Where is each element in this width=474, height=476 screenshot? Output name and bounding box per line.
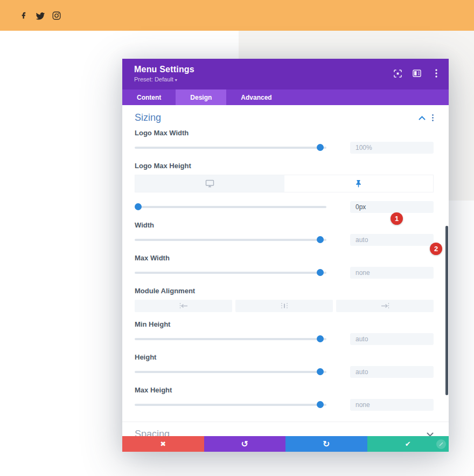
settings-tabbar: Content Design Advanced bbox=[122, 89, 449, 105]
tab-design[interactable]: Design bbox=[176, 89, 226, 105]
field-label: Max Height bbox=[135, 386, 434, 394]
height-slider[interactable] bbox=[135, 366, 326, 378]
facebook-icon[interactable] bbox=[18, 10, 29, 21]
undo-button[interactable]: ↺ bbox=[204, 436, 286, 452]
slider-thumb[interactable] bbox=[135, 203, 142, 210]
field-label: Max Width bbox=[135, 254, 434, 262]
min-height-input[interactable] bbox=[350, 333, 434, 345]
spacing-section-header[interactable]: Spacing bbox=[135, 422, 434, 436]
align-right-button[interactable] bbox=[336, 300, 434, 312]
twitter-icon[interactable] bbox=[34, 10, 45, 21]
width-input[interactable] bbox=[350, 234, 434, 246]
field-module-alignment: Module Alignment bbox=[135, 287, 434, 312]
field-logo-max-width: Logo Max Width bbox=[135, 129, 434, 154]
slider-thumb[interactable] bbox=[317, 144, 324, 151]
modal-header[interactable]: Menu Settings Preset: Default▾ bbox=[122, 59, 449, 89]
responsive-device-tabs bbox=[135, 175, 434, 192]
site-header-bar bbox=[0, 0, 474, 31]
field-max-height: Max Height bbox=[135, 386, 434, 411]
focus-icon[interactable] bbox=[393, 68, 402, 78]
slider-thumb[interactable] bbox=[317, 335, 324, 342]
menu-settings-modal: Menu Settings Preset: Default▾ bbox=[122, 59, 449, 452]
align-left-button[interactable] bbox=[135, 300, 232, 312]
device-tab-desktop[interactable] bbox=[135, 175, 284, 192]
tab-content[interactable]: Content bbox=[122, 89, 176, 105]
max-width-input[interactable] bbox=[350, 267, 434, 279]
field-label: Logo Max Height bbox=[135, 162, 434, 170]
device-tab-pinned[interactable] bbox=[284, 175, 434, 192]
min-height-slider[interactable] bbox=[135, 333, 326, 345]
field-label: Logo Max Width bbox=[135, 129, 434, 137]
max-height-input[interactable] bbox=[350, 399, 434, 411]
annotation-badge-2: 2 bbox=[430, 243, 442, 255]
logo-max-height-input[interactable] bbox=[350, 201, 434, 213]
logo-max-height-slider[interactable] bbox=[135, 201, 326, 213]
sidebar-layout-icon[interactable] bbox=[412, 68, 422, 78]
height-input[interactable] bbox=[350, 366, 434, 378]
discard-button[interactable]: ✖ bbox=[122, 436, 204, 452]
field-label: Width bbox=[135, 221, 434, 229]
modal-footer: ✖ ↺ ↻ ✔ bbox=[122, 436, 449, 452]
redo-icon: ↻ bbox=[323, 439, 330, 449]
max-height-slider[interactable] bbox=[135, 399, 326, 411]
slider-thumb[interactable] bbox=[317, 236, 324, 243]
social-icons bbox=[18, 10, 62, 21]
slider-thumb[interactable] bbox=[317, 269, 324, 276]
section-kebab-icon[interactable] bbox=[432, 114, 434, 121]
caret-down-icon: ▾ bbox=[175, 78, 177, 82]
settings-body: Sizing Logo Max Width Logo Max H bbox=[122, 105, 449, 436]
logo-max-width-slider[interactable] bbox=[135, 142, 326, 154]
annotation-badge-1: 1 bbox=[391, 212, 403, 225]
max-width-slider[interactable] bbox=[135, 267, 326, 279]
spacing-section-title: Spacing bbox=[135, 429, 170, 436]
field-label: Module Alignment bbox=[135, 287, 434, 295]
sizing-section-header[interactable]: Sizing bbox=[135, 105, 434, 129]
width-slider[interactable] bbox=[135, 234, 326, 246]
field-max-width: Max Width bbox=[135, 254, 434, 279]
slider-thumb[interactable] bbox=[317, 368, 324, 375]
instagram-icon[interactable] bbox=[51, 10, 62, 21]
field-min-height: Min Height bbox=[135, 320, 434, 345]
sizing-section-title: Sizing bbox=[135, 112, 161, 123]
field-label: Min Height bbox=[135, 320, 434, 328]
align-center-button[interactable] bbox=[235, 300, 333, 312]
x-icon: ✖ bbox=[160, 440, 166, 448]
chevron-down-icon bbox=[427, 432, 434, 437]
field-height: Height bbox=[135, 353, 434, 378]
tab-advanced[interactable]: Advanced bbox=[226, 89, 286, 105]
redo-button[interactable]: ↻ bbox=[285, 436, 367, 452]
slider-thumb[interactable] bbox=[317, 401, 324, 408]
resize-handle[interactable] bbox=[436, 439, 446, 449]
kebab-menu-icon[interactable] bbox=[431, 68, 441, 78]
logo-max-width-input[interactable] bbox=[350, 142, 434, 154]
check-icon: ✔ bbox=[405, 440, 411, 448]
field-logo-max-height: Logo Max Height bbox=[135, 162, 434, 213]
modal-scrollbar[interactable] bbox=[445, 226, 448, 395]
field-label: Height bbox=[135, 353, 434, 361]
undo-icon: ↺ bbox=[241, 439, 248, 449]
field-width: Width bbox=[135, 221, 434, 246]
chevron-up-icon[interactable] bbox=[419, 116, 426, 120]
